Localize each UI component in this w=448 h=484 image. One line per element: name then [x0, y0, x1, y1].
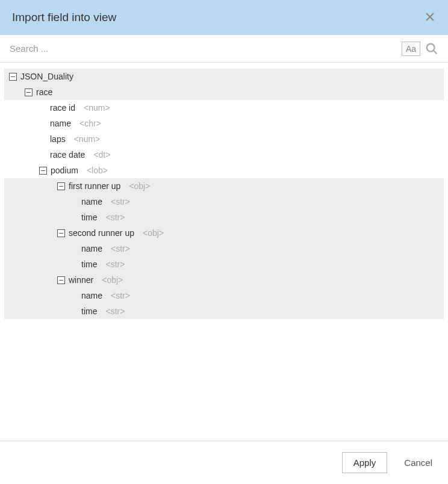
- node-type: <str>: [105, 259, 125, 269]
- node-type: <obj>: [102, 275, 123, 285]
- svg-line-3: [434, 50, 437, 54]
- tree-node-fru-time[interactable]: time <str>: [4, 209, 444, 225]
- tree-node-sru-name[interactable]: name <str>: [4, 241, 444, 256]
- node-label: winner: [69, 275, 93, 285]
- node-type: <obj>: [129, 181, 150, 191]
- close-icon: [425, 12, 435, 22]
- node-label: first runner up: [69, 181, 120, 191]
- node-type: <chr>: [79, 119, 101, 128]
- cancel-button[interactable]: Cancel: [402, 453, 435, 473]
- node-label: time: [81, 213, 97, 222]
- tree-node-race-date[interactable]: race date <dt>: [4, 147, 444, 163]
- dialog-footer: Apply Cancel: [0, 441, 448, 484]
- close-button[interactable]: [424, 11, 436, 24]
- collapse-icon[interactable]: [57, 229, 65, 237]
- node-label: race id: [50, 103, 75, 113]
- node-type: <dt>: [93, 150, 110, 160]
- tree-node-first-runner-up[interactable]: first runner up <obj>: [4, 178, 444, 194]
- node-type: <str>: [111, 244, 130, 253]
- tree-node-race[interactable]: race: [4, 84, 444, 100]
- field-tree: JSON_Duality race race id <num> name <ch…: [0, 63, 448, 441]
- search-input[interactable]: [10, 40, 397, 57]
- node-type: <str>: [105, 213, 125, 222]
- dialog-header: Import field into view: [0, 0, 448, 35]
- tree-node-winner-name[interactable]: name <str>: [4, 288, 444, 303]
- case-sensitive-toggle[interactable]: Aa: [402, 42, 420, 56]
- collapse-icon[interactable]: [25, 88, 33, 96]
- search-icon[interactable]: [425, 42, 438, 55]
- tree-node-json-duality[interactable]: JSON_Duality: [4, 69, 444, 84]
- tree-node-sru-time[interactable]: time <str>: [4, 256, 444, 272]
- node-label: laps: [50, 134, 66, 144]
- node-type: <lob>: [87, 166, 108, 175]
- node-type: <obj>: [143, 228, 164, 238]
- node-label: race date: [50, 150, 85, 160]
- node-label: time: [81, 306, 97, 316]
- tree-node-laps[interactable]: laps <num>: [4, 131, 444, 147]
- search-bar: Aa: [0, 35, 448, 63]
- node-label: name: [81, 197, 102, 206]
- collapse-icon[interactable]: [39, 167, 47, 175]
- collapse-icon[interactable]: [57, 182, 65, 190]
- collapse-icon[interactable]: [57, 276, 65, 284]
- node-label: podium: [51, 166, 78, 175]
- node-label: time: [81, 259, 97, 269]
- tree-node-podium[interactable]: podium <lob>: [4, 163, 444, 178]
- node-label: JSON_Duality: [20, 72, 73, 81]
- dialog-title: Import field into view: [12, 11, 116, 24]
- node-type: <num>: [84, 103, 110, 113]
- apply-button[interactable]: Apply: [342, 452, 388, 473]
- tree-node-fru-name[interactable]: name <str>: [4, 194, 444, 209]
- tree-node-name[interactable]: name <chr>: [4, 116, 444, 131]
- node-type: <str>: [111, 197, 130, 206]
- node-type: <str>: [111, 291, 130, 300]
- node-label: race: [36, 87, 52, 97]
- node-type: <num>: [74, 134, 101, 144]
- svg-point-2: [427, 43, 435, 51]
- tree-node-race-id[interactable]: race id <num>: [4, 100, 444, 116]
- collapse-icon[interactable]: [9, 73, 17, 81]
- node-label: name: [81, 244, 102, 253]
- node-type: <str>: [105, 306, 125, 316]
- tree-node-winner[interactable]: winner <obj>: [4, 272, 444, 288]
- node-label: name: [50, 119, 71, 128]
- node-label: second runner up: [69, 228, 134, 238]
- node-label: name: [81, 291, 102, 300]
- tree-node-second-runner-up[interactable]: second runner up <obj>: [4, 225, 444, 241]
- tree-node-winner-time[interactable]: time <str>: [4, 303, 444, 319]
